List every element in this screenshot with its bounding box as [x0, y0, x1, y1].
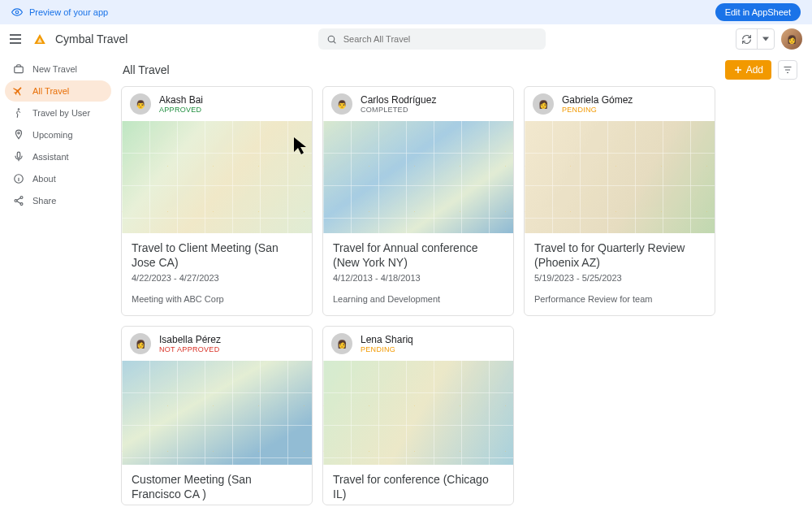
status-badge: PENDING — [562, 106, 633, 114]
sidebar-item-about[interactable]: About — [5, 168, 111, 189]
sidebar-item-label: Share — [32, 196, 56, 206]
card-title: Travel for Annual conference (New York N… — [333, 241, 503, 270]
main-content: All Travel Add 👨 Akash Bai APPROVED — [118, 54, 812, 507]
info-icon — [13, 173, 24, 184]
menu-button[interactable] — [10, 31, 26, 47]
share-icon — [13, 195, 24, 206]
person-name: Isabella Pérez — [159, 334, 221, 345]
card-desc: Learning and Development — [333, 294, 503, 304]
cards-grid: 👨 Akash Bai APPROVED Travel to Client Me… — [118, 86, 812, 507]
user-avatar[interactable]: 👩 — [781, 28, 802, 50]
travel-card[interactable]: 👩 Lena Shariq PENDING Travel for confere… — [322, 326, 514, 505]
card-desc: Meeting with ABC Corp — [132, 294, 302, 304]
person-avatar: 👨 — [331, 93, 352, 115]
walker-icon — [13, 107, 24, 119]
search-input[interactable] — [343, 34, 538, 44]
sidebar-item-label: About — [32, 174, 56, 184]
sidebar-item-label: Assistant — [32, 152, 69, 162]
filter-icon — [783, 65, 793, 75]
preview-label: Preview of your app — [29, 7, 108, 17]
status-badge: COMPLETED — [361, 106, 436, 114]
status-badge: APPROVED — [159, 106, 203, 114]
sidebar-item-label: Travel by User — [32, 108, 90, 118]
svg-point-0 — [15, 11, 19, 14]
map-thumbnail — [323, 361, 513, 465]
svg-point-3 — [18, 108, 19, 110]
svg-point-4 — [18, 132, 19, 134]
card-title: Travel for conference (Chicago IL) — [333, 473, 503, 501]
person-avatar: 👩 — [331, 333, 352, 354]
sidebar-item-travel-by-user[interactable]: Travel by User — [5, 102, 111, 124]
person-avatar: 👩 — [130, 333, 151, 354]
briefcase-icon — [13, 63, 24, 75]
sidebar-item-share[interactable]: Share — [5, 190, 111, 211]
status-badge: PENDING — [361, 345, 413, 353]
svg-rect-2 — [15, 67, 24, 73]
person-name: Carlos Rodríguez — [361, 94, 436, 106]
pin-icon — [13, 129, 24, 141]
search-box[interactable] — [318, 28, 546, 50]
person-name: Lena Shariq — [361, 334, 413, 345]
map-thumbnail — [525, 121, 715, 233]
card-desc: Performance Review for team — [534, 294, 705, 304]
card-title: Travel to for Quarterly Review (Phoenix … — [534, 241, 705, 270]
sidebar-item-all-travel[interactable]: All Travel — [5, 80, 111, 102]
sync-icon — [741, 34, 752, 45]
person-avatar: 👩 — [533, 93, 554, 115]
card-dates: 5/19/2023 - 5/25/2023 — [534, 273, 705, 283]
person-avatar: 👨 — [130, 93, 151, 115]
sync-control[interactable] — [736, 28, 775, 50]
travel-card[interactable]: 👩 Gabriela Gómez PENDING Travel to for Q… — [524, 86, 715, 316]
person-name: Akash Bai — [159, 94, 203, 106]
sidebar-item-label: All Travel — [32, 86, 69, 96]
card-dates: 4/12/2013 - 4/18/2013 — [333, 273, 503, 283]
card-dates: 4/22/2023 - 4/27/2023 — [132, 273, 302, 283]
svg-rect-5 — [17, 152, 20, 158]
filter-button[interactable] — [778, 60, 797, 80]
mic-icon — [13, 151, 24, 162]
card-title: Travel to Client Meeting (San Jose CA) — [132, 241, 302, 270]
eye-icon — [11, 6, 23, 18]
page-title: All Travel — [123, 63, 170, 76]
dropdown-caret-icon — [762, 36, 769, 42]
add-button[interactable]: Add — [725, 60, 771, 80]
map-thumbnail — [122, 361, 312, 465]
plus-icon — [733, 65, 743, 75]
preview-bar: Preview of your app Edit in AppSheet — [0, 0, 812, 24]
preview-label-wrap: Preview of your app — [11, 6, 108, 18]
card-title: Customer Meeting (San Francisco CA ) — [132, 473, 302, 501]
app-title: Cymbal Travel — [55, 32, 127, 46]
sidebar-item-label: New Travel — [32, 64, 77, 74]
sidebar-item-new-travel[interactable]: New Travel — [5, 58, 111, 80]
app-logo-icon — [32, 32, 47, 46]
person-name: Gabriela Gómez — [562, 94, 633, 106]
map-thumbnail — [323, 121, 513, 233]
sidebar-item-label: Upcoming — [32, 130, 73, 140]
add-label: Add — [746, 64, 763, 76]
plane-icon — [13, 85, 24, 97]
travel-card[interactable]: 👨 Akash Bai APPROVED Travel to Client Me… — [121, 86, 313, 316]
map-thumbnail — [122, 121, 312, 233]
sidebar: New Travel All Travel Travel by User Upc… — [0, 54, 118, 507]
status-badge: NOT APPROVED — [159, 345, 221, 353]
edit-in-appsheet-button[interactable]: Edit in AppSheet — [715, 3, 801, 21]
app-header: Cymbal Travel 👩 — [0, 24, 812, 54]
travel-card[interactable]: 👨 Carlos Rodríguez COMPLETED Travel for … — [322, 86, 514, 316]
svg-point-1 — [328, 36, 335, 42]
search-icon — [326, 34, 337, 45]
sidebar-item-assistant[interactable]: Assistant — [5, 146, 111, 167]
sidebar-item-upcoming[interactable]: Upcoming — [5, 124, 111, 145]
travel-card[interactable]: 👩 Isabella Pérez NOT APPROVED Customer M… — [121, 326, 313, 505]
